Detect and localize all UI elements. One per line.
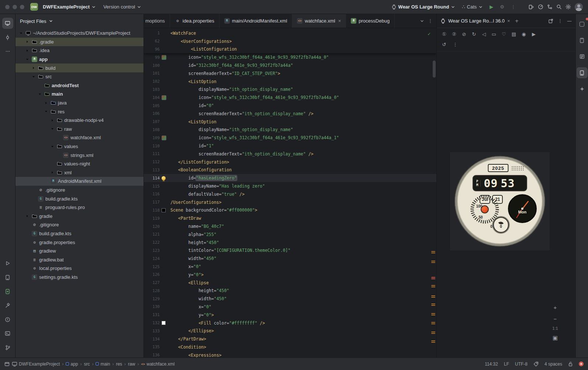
tree-item-drawable-nodpi-v4[interactable]: drawable-nodpi-v4 <box>15 116 143 125</box>
running-device-tab-title[interactable]: Wear OS Large Ro...l 36.0 <box>448 18 505 24</box>
tool-button-gemini[interactable] <box>577 83 588 95</box>
tool-button-run[interactable] <box>2 258 13 269</box>
tree-item-proguard-rules-pro[interactable]: ≡proguard-rules.pro <box>15 203 143 212</box>
color-preview-icon[interactable] <box>162 208 166 212</box>
code-line-129[interactable]: 129 width="450" <box>144 295 436 303</box>
line-number[interactable]: 109 <box>144 136 162 140</box>
code-line-134[interactable]: 134 </PartDraw> <box>144 335 436 343</box>
unlock-icon[interactable] <box>568 362 573 367</box>
gutter[interactable]: 117 <box>144 200 170 205</box>
gutter[interactable]: 103 <box>144 87 170 92</box>
inspection-mark-icon[interactable] <box>431 285 435 286</box>
code-line-111[interactable]: 111 screenReaderText="ith_option_display… <box>144 150 436 158</box>
gutter[interactable]: 109 <box>144 136 170 140</box>
device-screen-record-button[interactable]: ▶ <box>529 30 538 38</box>
gutter[interactable]: 115 <box>144 184 170 189</box>
gutter[interactable]: 1 <box>144 31 170 35</box>
code-line-1[interactable]: 1<WatchFace <box>144 29 436 37</box>
window-zoom-button[interactable] <box>20 5 24 9</box>
line-number[interactable]: 101 <box>144 71 162 76</box>
chevron-down-icon[interactable] <box>44 109 49 114</box>
code-line-113[interactable]: 113 <BooleanConfiguration <box>144 166 436 174</box>
inspection-mark-icon[interactable] <box>431 313 435 314</box>
code-editor[interactable]: 1<WatchFace62 <UserConfigurations>96 <Li… <box>144 28 436 357</box>
tool-button-version-control[interactable] <box>2 342 13 353</box>
inspection-mark-icon[interactable] <box>431 340 435 341</box>
device-tilt-button[interactable]: ↻ <box>470 30 478 38</box>
more-actions-button[interactable]: ⋮ <box>508 3 518 11</box>
chevron-down-icon[interactable] <box>37 92 42 97</box>
code-line-100[interactable]: 100 id="312c30bf_f64a_461e_9c93_992f2fb7… <box>144 61 436 69</box>
code-line-128[interactable]: 128 height="450" <box>144 287 436 295</box>
code-line-116[interactable]: 116 defaultValue="true" /> <box>144 190 436 198</box>
indent-style[interactable]: 4 spaces <box>544 362 562 367</box>
code-line-133[interactable]: 133 </Ellipse> <box>144 327 436 335</box>
drawable-preview-icon[interactable] <box>162 136 166 140</box>
line-number[interactable]: 106 <box>144 111 162 116</box>
chevron-down-icon[interactable] <box>25 57 30 62</box>
code-line-135[interactable]: 135 <Condition> <box>144 343 436 351</box>
tree-item-java[interactable]: java <box>15 99 143 107</box>
code-line-99[interactable]: 99 icon="style_wfs_312c30bf_f64a_461e_9c… <box>144 53 436 61</box>
chevron-right-icon[interactable] <box>31 65 36 71</box>
chevron-right-icon[interactable] <box>25 39 30 44</box>
line-number[interactable]: 116 <box>144 192 162 196</box>
device-heart-rate-button[interactable]: ♡ <box>499 30 508 38</box>
color-preview-icon[interactable] <box>162 321 166 325</box>
chevron-right-icon[interactable] <box>50 118 55 123</box>
tab-idea-properties[interactable]: ⚙idea.properties <box>170 14 219 28</box>
gutter[interactable]: 123 <box>144 248 170 253</box>
gutter[interactable]: 129 <box>144 297 170 301</box>
tree-item-local-properties[interactable]: ⚙local.properties <box>15 264 143 273</box>
gutter[interactable]: 101 <box>144 71 170 76</box>
line-number[interactable]: 108 <box>144 127 162 132</box>
gutter[interactable]: 131 <box>144 312 170 317</box>
tree-item-watchface-xml[interactable]: <>watchface.xml <box>15 133 143 142</box>
code-line-104[interactable]: 104 icon="style_wfs_312c30bf_f64a_461e_9… <box>144 93 436 102</box>
profile-button[interactable]: ⚙ <box>497 3 507 11</box>
inspection-mark-icon[interactable] <box>431 251 435 252</box>
chevron-down-icon[interactable] <box>18 31 24 36</box>
line-number[interactable]: 62 <box>144 39 162 44</box>
gutter[interactable]: 104 <box>144 95 170 100</box>
chevron-down-icon[interactable] <box>50 144 55 149</box>
line-number[interactable]: 128 <box>144 288 162 293</box>
code-line-108[interactable]: 108 displayName="ith_option_display_name… <box>144 126 436 134</box>
breadcrumb-dwfexampleproject[interactable]: DWFExampleProject <box>12 362 60 367</box>
run-button[interactable]: ▶ <box>487 3 496 11</box>
tool-button-device-manager[interactable] <box>577 35 588 46</box>
breadcrumb-res[interactable]: res <box>116 362 122 367</box>
line-number[interactable]: 110 <box>144 144 162 148</box>
inspections-ok-icon[interactable]: ✓ <box>428 31 430 37</box>
gutter[interactable]: 100 <box>144 63 170 68</box>
project-selector[interactable]: DWFExampleProject <box>40 3 98 11</box>
window-minimize-button[interactable] <box>13 5 17 9</box>
code-line-122[interactable]: 122 height="450" <box>144 239 436 247</box>
line-number[interactable]: 129 <box>144 297 162 301</box>
tree-item-values-night[interactable]: values-night <box>15 160 143 168</box>
device-screenshot-button[interactable]: ◉ <box>519 30 528 38</box>
tree-item-androidmanifest-xml[interactable]: MAndroidManifest.xml <box>15 177 143 186</box>
line-number[interactable]: 119 <box>144 216 162 221</box>
tree-item-gradle[interactable]: .gradle <box>15 38 143 47</box>
line-number[interactable]: 114 <box>144 176 162 181</box>
device-back-button[interactable]: ◁ <box>480 30 488 38</box>
code-line-115[interactable]: 115 displayName="Has leading zero" <box>144 182 436 190</box>
panel-options-icon[interactable]: ⋮ <box>558 18 563 23</box>
gutter[interactable]: 120 <box>144 224 170 229</box>
gutter[interactable]: 62 <box>144 39 170 44</box>
gutter[interactable]: 124 <box>144 256 170 261</box>
inspection-mark-icon[interactable] <box>431 261 435 261</box>
tree-item-gradle-properties[interactable]: ⚙gradle.properties <box>15 238 143 247</box>
gutter[interactable]: 107 <box>144 119 170 124</box>
gutter[interactable]: 106 <box>144 111 170 116</box>
tool-button-running-devices[interactable] <box>2 272 13 283</box>
gutter[interactable]: 122 <box>144 240 170 245</box>
code-line-106[interactable]: 106 screenReaderText="ith_option_display… <box>144 110 436 118</box>
file-encoding[interactable]: UTF-8 <box>515 362 528 367</box>
breadcrumb-src[interactable]: src <box>84 362 90 367</box>
code-line-118[interactable]: 118Scene backgroundColor="#ff000000"> <box>144 206 436 215</box>
editor-scrollbar[interactable] <box>433 61 436 78</box>
notification-dot-icon[interactable] <box>579 362 584 366</box>
line-number[interactable]: 122 <box>144 240 162 245</box>
